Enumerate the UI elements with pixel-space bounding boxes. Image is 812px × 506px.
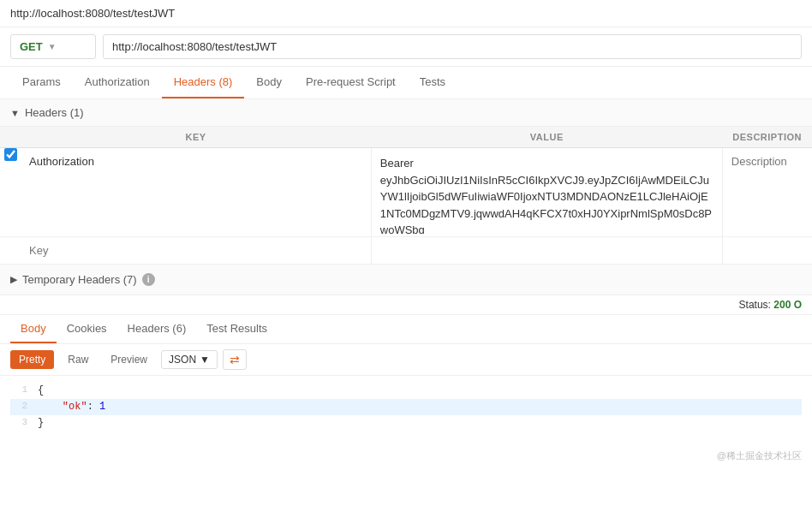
url-input[interactable]: [103, 34, 802, 59]
status-value: 200 O: [773, 299, 802, 311]
row-checkbox-cell: [0, 148, 21, 237]
tab-params[interactable]: Params: [10, 67, 73, 98]
code-area: 1 { 2 "ok": 1 3 }: [0, 376, 812, 444]
tab-headers[interactable]: Headers (8): [162, 67, 245, 98]
format-raw-button[interactable]: Raw: [59, 350, 97, 369]
status-bar: Status: 200 O: [0, 295, 812, 315]
empty-value-cell: [371, 237, 722, 265]
col-header-desc: DESCRIPTION: [722, 127, 812, 148]
temp-headers-section[interactable]: ▶ Temporary Headers (7) i: [0, 265, 812, 295]
wrap-symbol: ⇄: [230, 353, 240, 366]
code-line-3: 3 }: [10, 415, 802, 432]
request-row: GET ▼: [0, 27, 812, 67]
tab-prerequest[interactable]: Pre-request Script: [294, 67, 408, 98]
headers-toggle-icon: ▼: [10, 108, 20, 118]
headers-table: KEY VALUE DESCRIPTION Bearer eyJhbGciOiJ…: [0, 127, 812, 265]
watermark-text: @稀土掘金技术社区: [717, 450, 802, 461]
key-input[interactable]: [21, 148, 371, 175]
empty-key-cell: [21, 237, 371, 265]
json-format-label: JSON: [169, 354, 196, 366]
method-chevron-icon: ▼: [48, 42, 57, 51]
line-content-1: {: [38, 383, 44, 399]
key-cell: [21, 148, 371, 237]
response-tab-cookies[interactable]: Cookies: [57, 315, 117, 343]
temp-headers-toggle-icon: ▶: [10, 274, 17, 285]
line-content-3: }: [38, 415, 44, 432]
line-content-2: "ok": 1: [38, 399, 105, 415]
headers-section-title: Headers (1): [25, 106, 84, 119]
code-line-1: 1 {: [10, 383, 802, 399]
status-label: Status:: [739, 299, 771, 311]
method-selector[interactable]: GET ▼: [10, 34, 96, 59]
request-tab-bar: Params Authorization Headers (8) Body Pr…: [0, 67, 812, 99]
format-pretty-button[interactable]: Pretty: [10, 350, 54, 369]
empty-desc-cell: [722, 237, 812, 265]
table-row: Bearer eyJhbGciOiJIUzI1NiIsInR5cCI6IkpXV…: [0, 148, 812, 237]
value-cell: Bearer eyJhbGciOiJIUzI1NiIsInR5cCI6IkpXV…: [371, 148, 722, 237]
json-value-ok: 1: [99, 401, 105, 413]
wrap-icon[interactable]: ⇄: [223, 349, 247, 370]
format-preview-button[interactable]: Preview: [102, 350, 156, 369]
temp-headers-title: Temporary Headers (7): [22, 273, 137, 286]
json-format-select[interactable]: JSON ▼: [161, 350, 218, 369]
title-url: http://localhost:8080/test/testJWT: [10, 7, 175, 20]
tab-body[interactable]: Body: [244, 67, 294, 98]
response-tab-bar: Body Cookies Headers (6) Test Results: [0, 315, 812, 344]
tab-tests[interactable]: Tests: [408, 67, 457, 98]
format-bar: Pretty Raw Preview JSON ▼ ⇄: [0, 344, 812, 376]
empty-row-checkbox-cell: [0, 237, 21, 265]
json-format-chevron-icon: ▼: [200, 354, 210, 366]
response-tab-testresults[interactable]: Test Results: [196, 315, 278, 343]
desc-input[interactable]: [723, 148, 812, 175]
col-header-key: KEY: [21, 127, 371, 148]
title-bar: http://localhost:8080/test/testJWT: [0, 0, 812, 27]
json-key-ok: "ok": [63, 401, 87, 413]
table-row-empty: [0, 237, 812, 265]
json-colon: :: [87, 401, 99, 413]
line-num-1: 1: [10, 383, 27, 398]
desc-cell: [722, 148, 812, 237]
response-tab-headers[interactable]: Headers (6): [117, 315, 197, 343]
col-header-value: VALUE: [371, 127, 722, 148]
line-num-3: 3: [10, 415, 27, 431]
watermark: @稀土掘金技术社区: [0, 444, 812, 467]
line-num-2: 2: [10, 399, 27, 415]
code-line-2: 2 "ok": 1: [10, 399, 802, 415]
method-text: GET: [20, 40, 43, 53]
row-checkbox[interactable]: [4, 148, 17, 161]
value-textarea[interactable]: Bearer eyJhbGciOiJIUzI1NiIsInR5cCI6IkpXV…: [372, 148, 722, 234]
empty-key-input[interactable]: [21, 237, 371, 264]
col-header-checkbox: [0, 127, 21, 148]
response-tab-body[interactable]: Body: [10, 315, 57, 343]
headers-section-header[interactable]: ▼ Headers (1): [0, 99, 812, 127]
tab-authorization[interactable]: Authorization: [73, 67, 162, 98]
info-icon[interactable]: i: [142, 273, 155, 286]
